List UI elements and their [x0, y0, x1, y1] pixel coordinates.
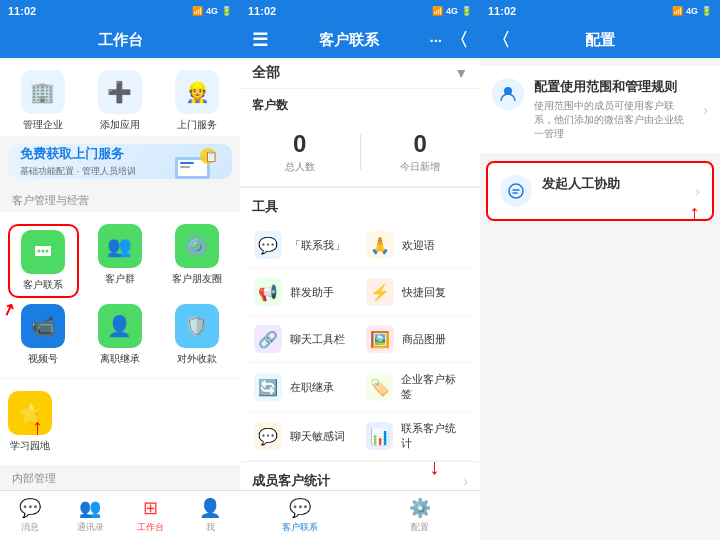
app-customer-group[interactable]: 👥 客户群	[85, 224, 156, 298]
settings-nav-label: 配置	[411, 521, 429, 534]
banner-image: 📋	[170, 144, 220, 179]
battery-icon-3: 🔋	[701, 6, 712, 16]
app-leave[interactable]: 👤 离职继承	[85, 304, 156, 366]
signal-icon-3: 📶	[672, 6, 683, 16]
customer-friend-label: 客户朋友圈	[172, 272, 222, 286]
tool-contact-me-label: 「联系我」	[290, 238, 345, 253]
settings-nav-icon: ⚙️	[409, 497, 431, 519]
content-1: 🏢 管理企业 ➕ 添加应用 👷 上门服务 免费获取上门服务 基础功能配置 · 管…	[0, 58, 240, 490]
section-customer: 客户管理与经营	[0, 187, 240, 212]
nav-me-1[interactable]: 👤 我	[180, 497, 240, 534]
tool-sensitive-label: 聊天敏感词	[290, 429, 345, 444]
header-back-icon[interactable]: 〈	[492, 28, 510, 52]
tool-sensitive[interactable]: 💬 聊天敏感词	[248, 412, 360, 461]
tool-group-help[interactable]: 📢 群发助手	[248, 269, 360, 316]
tool-chat-tools[interactable]: 🔗 聊天工具栏	[248, 316, 360, 363]
top-apps: 🏢 管理企业 ➕ 添加应用 👷 上门服务	[0, 58, 240, 136]
config-usage-desc: 使用范围中的成员可使用客户联系，他们添加的微信客户由企业统一管理	[534, 99, 693, 141]
app-video[interactable]: 📹 视频号	[8, 304, 79, 366]
tool-on-job-label: 在职继承	[290, 380, 334, 395]
header-title-3: 配置	[585, 31, 615, 50]
tool-contact-me[interactable]: 💬 「联系我」	[248, 222, 360, 269]
banner-subtitle: 基础功能配置 · 管理人员培训	[20, 165, 136, 178]
tool-product-catalog-icon: 🖼️	[366, 325, 394, 353]
header-more-icon[interactable]: ···	[429, 32, 442, 49]
learn-icon: ⭐	[8, 391, 52, 435]
total-stat: 0 总人数	[240, 130, 360, 174]
nav-contacts-1[interactable]: 👥 通讯录	[60, 497, 120, 534]
config-ai-title: 发起人工协助	[542, 175, 685, 193]
manage-company-label: 管理企业	[23, 118, 63, 132]
tool-contact-me-icon: 💬	[254, 231, 282, 259]
network-3: 4G	[686, 6, 698, 16]
members-arrow: ›	[463, 473, 468, 489]
app-customer-friend[interactable]: ⚙️ 客户朋友圈	[161, 224, 232, 298]
app-customer-contact[interactable]: 客户联系	[8, 224, 79, 298]
nav-message-1[interactable]: 💬 消息	[0, 497, 60, 534]
phone1: 11:02 📶 4G 🔋 工作台 🏢 管理企业 ➕ 添加应用	[0, 0, 240, 540]
door-service-label: 上门服务	[177, 118, 217, 132]
banner-text: 免费获取上门服务 基础功能配置 · 管理人员培训	[20, 145, 136, 178]
app-manage-company[interactable]: 🏢 管理企业	[8, 70, 77, 132]
time-3: 11:02	[488, 5, 516, 17]
header-menu-icon[interactable]: ☰	[252, 29, 268, 51]
bottom-nav-1: 💬 消息 👥 通讯录 ⊞ 工作台 👤 我	[0, 490, 240, 540]
svg-point-11	[509, 184, 523, 198]
app-door-service[interactable]: 👷 上门服务	[163, 70, 232, 132]
app-external[interactable]: 🛡️ 对外收款	[161, 304, 232, 366]
status-bar-3: 11:02 📶 4G 🔋	[480, 0, 720, 22]
tool-quick-reply-icon: ⚡	[366, 278, 394, 306]
leave-icon: 👤	[98, 304, 142, 348]
learn-label: 学习园地	[10, 439, 50, 453]
app-add-app[interactable]: ➕ 添加应用	[85, 70, 154, 132]
workbench-icon-1: ⊞	[143, 497, 158, 519]
customer-count-section: 客户数 0 总人数 0 今日新增	[240, 89, 480, 188]
config-usage-range[interactable]: 配置使用范围和管理规则 使用范围中的成员可使用客户联系，他们添加的微信客户由企业…	[480, 66, 720, 153]
tool-group-help-icon: 📢	[254, 278, 282, 306]
config-usage-text: 配置使用范围和管理规则 使用范围中的成员可使用客户联系，他们添加的微信客户由企业…	[534, 78, 693, 141]
svg-point-9	[46, 250, 49, 253]
tool-welcome[interactable]: 🙏 欢迎语	[360, 222, 472, 269]
network-2: 4G	[446, 6, 458, 16]
filter-label: 全部	[252, 64, 280, 82]
header-3: 〈 配置	[480, 22, 720, 58]
nav-settings-2[interactable]: ⚙️ 配置	[360, 497, 480, 534]
config-list: 配置使用范围和管理规则 使用范围中的成员可使用客户联系，他们添加的微信客户由企业…	[480, 58, 720, 540]
nav-customer-contact-2[interactable]: 💬 客户联系	[240, 497, 360, 534]
config-ai-assist[interactable]: 发起人工协助 ›	[486, 161, 714, 221]
status-icons-1: 📶 4G 🔋	[192, 6, 232, 16]
add-app-icon: ➕	[98, 70, 142, 114]
contacts-icon-1: 👥	[79, 497, 101, 519]
header-2: ☰ 客户联系 ··· 〈	[240, 22, 480, 58]
banner[interactable]: 免费获取上门服务 基础功能配置 · 管理人员培训 📋	[8, 144, 232, 179]
add-app-label: 添加应用	[100, 118, 140, 132]
total-label: 总人数	[240, 160, 360, 174]
tool-customer-stats[interactable]: 📊 联系客户统计	[360, 412, 472, 461]
config-ai-arrow: ›	[695, 183, 700, 199]
content-2: 全部 ▼ 客户数 0 总人数 0 今日新增	[240, 58, 480, 490]
app-learn[interactable]: ⭐ 学习园地	[8, 391, 52, 453]
tool-on-job[interactable]: 🔄 在职继承	[248, 363, 360, 412]
status-icons-3: 📶 4G 🔋	[672, 6, 712, 16]
nav-workbench-1[interactable]: ⊞ 工作台	[120, 497, 180, 534]
filter-bar: 全部 ▼	[240, 58, 480, 89]
phone2: 11:02 📶 4G 🔋 ☰ 客户联系 ··· 〈 全部 ▼	[240, 0, 480, 540]
tool-product-catalog-label: 商品图册	[402, 332, 446, 347]
tool-quick-reply[interactable]: ⚡ 快捷回复	[360, 269, 472, 316]
tool-chat-tools-icon: 🔗	[254, 325, 282, 353]
filter-icon[interactable]: ▼	[454, 65, 468, 81]
door-service-icon: 👷	[175, 70, 219, 114]
header-close-icon[interactable]: 〈	[450, 28, 468, 52]
members-row[interactable]: 成员客户统计 ›	[240, 461, 480, 490]
external-label: 对外收款	[177, 352, 217, 366]
me-label-1: 我	[206, 521, 215, 534]
tool-product-catalog[interactable]: 🖼️ 商品图册	[360, 316, 472, 363]
extra-apps: ⭐ 学习园地	[0, 379, 240, 465]
svg-point-8	[42, 250, 45, 253]
tool-company-tag[interactable]: 🏷️ 企业客户标签	[360, 363, 472, 412]
customer-friend-icon: ⚙️	[175, 224, 219, 268]
leave-label: 离职继承	[100, 352, 140, 366]
customer-contact-icon	[21, 230, 65, 274]
network-1: 4G	[206, 6, 218, 16]
customer-count-title: 客户数	[240, 93, 480, 118]
